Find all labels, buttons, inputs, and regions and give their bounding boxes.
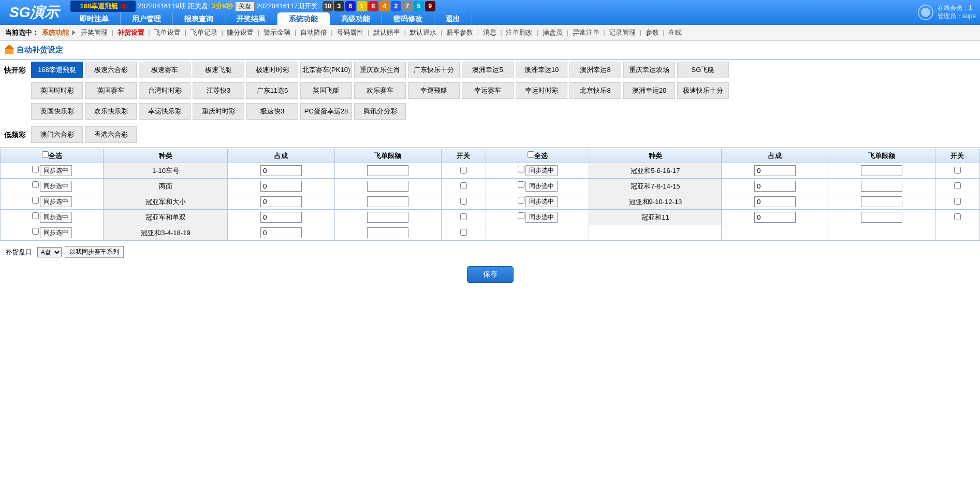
sync-select-button[interactable]: 同步选中	[40, 181, 72, 192]
sublink-7[interactable]: 号码属性	[334, 28, 365, 36]
limit-input[interactable]	[367, 212, 408, 223]
sublink-4[interactable]: 赚分设置	[225, 28, 256, 36]
nav-tab-2[interactable]: 报表查询	[173, 12, 225, 25]
sublink-10[interactable]: 赔率参数	[444, 28, 475, 36]
sublink-0[interactable]: 开奖管理	[79, 28, 110, 36]
sublink-13[interactable]: 操盘员	[540, 28, 565, 36]
sublink-9[interactable]: 默认退水	[407, 28, 438, 36]
category-btn[interactable]: 澳洲幸运5	[462, 62, 514, 78]
switch-check[interactable]	[954, 198, 961, 205]
category-btn[interactable]: 168幸運飛艇	[31, 62, 83, 78]
category-btn[interactable]: 幸运赛车	[462, 82, 514, 99]
sync-select-button[interactable]: 同步选中	[525, 165, 558, 176]
category-btn[interactable]: PC蛋蛋幸运28	[300, 103, 352, 120]
limit-input[interactable]	[861, 181, 902, 192]
category-btn[interactable]: 欢乐快乐彩	[85, 103, 137, 120]
switch-check[interactable]	[954, 213, 961, 220]
category-btn[interactable]: 广东快乐十分	[408, 62, 460, 78]
switch-check[interactable]	[460, 167, 467, 174]
category-btn[interactable]: SG飞艇	[677, 62, 729, 78]
sublink-3[interactable]: 飞单记录	[188, 28, 220, 36]
pct-input[interactable]	[754, 165, 796, 176]
row-check[interactable]	[32, 181, 39, 188]
category-btn[interactable]: 英国飞艇	[300, 82, 352, 99]
switch-check[interactable]	[460, 229, 467, 236]
sync-select-button[interactable]: 同步选中	[40, 227, 72, 238]
row-check[interactable]	[518, 166, 524, 172]
save-button[interactable]: 保存	[467, 266, 514, 283]
category-btn[interactable]: 重庆时时彩	[193, 103, 244, 120]
category-btn[interactable]: 台湾时时彩	[139, 82, 191, 99]
category-btn[interactable]: 极速飞艇	[193, 62, 244, 78]
row-check[interactable]	[518, 212, 524, 219]
sync-series-button[interactable]: 以我同步赛车系列	[65, 246, 124, 258]
limit-input[interactable]	[367, 227, 408, 238]
category-btn[interactable]: 英国赛车	[85, 82, 137, 99]
category-btn[interactable]: 幸运快乐彩	[139, 103, 191, 120]
sublink-8[interactable]: 默认赔率	[371, 28, 402, 36]
pct-input[interactable]	[754, 181, 796, 192]
switch-check[interactable]	[460, 182, 467, 189]
category-btn[interactable]: 澳洲幸运20	[623, 82, 675, 99]
category-btn[interactable]: 极速时时彩	[246, 62, 298, 78]
sublink-12[interactable]: 注单删改	[504, 28, 535, 36]
sublink-6[interactable]: 自动降倍	[298, 28, 329, 36]
limit-input[interactable]	[367, 181, 408, 192]
category-btn[interactable]: 英国快乐彩	[31, 103, 83, 120]
nav-tab-0[interactable]: 即时注单	[68, 12, 121, 25]
row-check[interactable]	[32, 228, 39, 235]
category-btn[interactable]: 澳门六合彩	[31, 126, 83, 143]
row-check[interactable]	[32, 212, 39, 219]
category-btn[interactable]: 幸運飛艇	[408, 82, 460, 99]
category-btn[interactable]: 澳洲幸运8	[569, 62, 621, 78]
pct-input[interactable]	[260, 181, 302, 192]
category-btn[interactable]: 极速六合彩	[85, 62, 137, 78]
switch-check[interactable]	[954, 182, 961, 189]
category-btn[interactable]: 重庆幸运农场	[623, 62, 675, 78]
category-btn[interactable]: 欢乐赛车	[354, 82, 406, 99]
switch-check[interactable]	[460, 198, 467, 205]
sync-select-button[interactable]: 同步选中	[40, 196, 72, 207]
sublink-1[interactable]: 补货设置	[115, 28, 147, 36]
sync-select-button[interactable]: 同步选中	[525, 196, 558, 207]
pct-input[interactable]	[754, 196, 796, 207]
nav-tab-4[interactable]: 系统功能	[277, 12, 330, 25]
switch-check[interactable]	[460, 213, 467, 220]
row-check[interactable]	[518, 197, 524, 204]
row-check[interactable]	[32, 166, 39, 172]
disc-select[interactable]: A盘	[37, 247, 62, 257]
category-btn[interactable]: 江苏快3	[193, 82, 244, 99]
limit-input[interactable]	[861, 196, 902, 207]
pct-input[interactable]	[260, 196, 302, 207]
sublink-17[interactable]: 在线	[666, 28, 684, 36]
category-btn[interactable]: 澳洲幸运10	[516, 62, 567, 78]
nav-tab-7[interactable]: 退出	[434, 12, 472, 25]
sync-select-button[interactable]: 同步选中	[40, 212, 72, 223]
sublink-14[interactable]: 异常注单	[571, 28, 602, 36]
nav-tab-6[interactable]: 密码修改	[382, 12, 434, 25]
check-all-left[interactable]	[42, 151, 49, 158]
row-check[interactable]	[518, 181, 524, 188]
sublink-2[interactable]: 飞单设置	[152, 28, 183, 36]
category-btn[interactable]: 极速快3	[246, 103, 298, 120]
category-btn[interactable]: 腾讯分分彩	[354, 103, 406, 120]
sublink-15[interactable]: 记录管理	[607, 28, 638, 36]
sync-select-button[interactable]: 同步选中	[40, 165, 72, 176]
category-btn[interactable]: 极速快乐十分	[677, 82, 729, 99]
close-button[interactable]: 关盘	[235, 2, 255, 11]
row-check[interactable]	[32, 197, 39, 204]
pct-input[interactable]	[260, 227, 302, 238]
nav-tab-5[interactable]: 高级功能	[330, 12, 382, 25]
category-btn[interactable]: 英国时时彩	[31, 82, 83, 99]
sync-select-button[interactable]: 同步选中	[525, 212, 558, 223]
pct-input[interactable]	[260, 212, 302, 223]
sublink-11[interactable]: 消息	[481, 28, 499, 36]
nav-tab-1[interactable]: 用户管理	[121, 12, 173, 25]
category-btn[interactable]: 幸运时时彩	[516, 82, 567, 99]
category-btn[interactable]: 广东11选5	[246, 82, 298, 99]
category-btn[interactable]: 极速赛车	[139, 62, 191, 78]
limit-input[interactable]	[367, 165, 408, 176]
category-btn[interactable]: 香港六合彩	[85, 126, 137, 143]
category-btn[interactable]: 北京快乐8	[569, 82, 621, 99]
limit-input[interactable]	[861, 212, 902, 223]
